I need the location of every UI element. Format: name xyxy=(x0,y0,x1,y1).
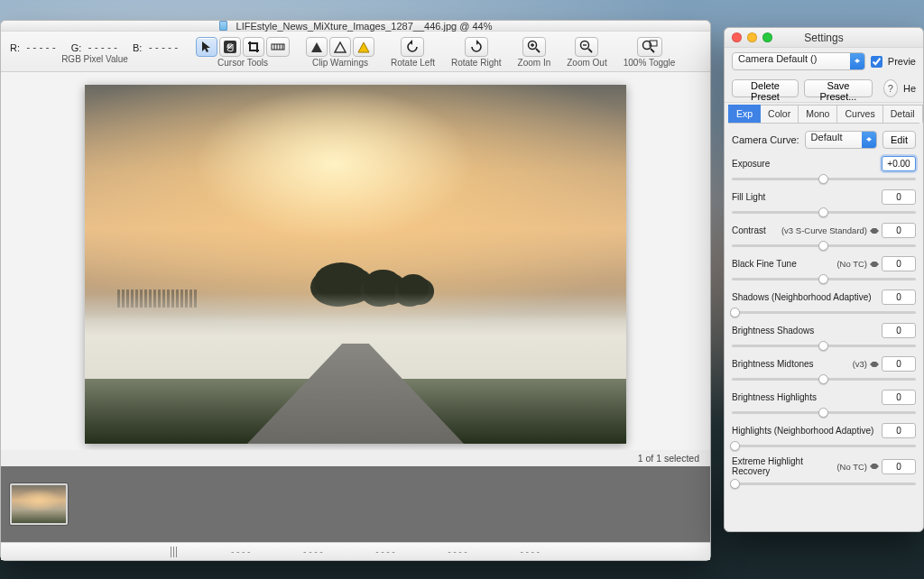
preview-checkbox[interactable] xyxy=(871,56,882,68)
zoom-out-group: Zoom Out xyxy=(567,37,606,68)
param-value-input[interactable]: 0 xyxy=(882,189,916,205)
param-label: Extreme Highlight Recovery xyxy=(732,456,831,476)
param-value-input[interactable]: +0.00 xyxy=(882,156,916,171)
settings-titlebar[interactable]: Settings xyxy=(725,28,923,48)
clip-shadow-button[interactable] xyxy=(306,37,328,57)
tab-detail[interactable]: Detail xyxy=(883,105,923,123)
param-value-input[interactable]: 0 xyxy=(882,423,916,438)
param-slider[interactable] xyxy=(732,373,916,384)
param-slider[interactable] xyxy=(732,307,916,317)
param-label: Contrast xyxy=(732,225,766,235)
param-slider[interactable] xyxy=(732,173,916,184)
param-value-input[interactable]: 0 xyxy=(882,290,916,305)
rgb-pixel-label: RGB Pixel Value xyxy=(61,55,128,64)
preset-buttons-row: Delete Preset Save Preset... ? He xyxy=(725,75,923,103)
clip-color-button[interactable] xyxy=(353,37,374,57)
delete-preset-button[interactable]: Delete Preset xyxy=(732,79,799,97)
param-label: Shadows (Neighborhood Adaptive) xyxy=(732,292,872,302)
editor-toolbar: R: ----- G: ----- B: ----- RGB Pixel Val… xyxy=(1,32,710,72)
canvas-area[interactable] xyxy=(1,72,710,450)
rgb-r-value: ----- xyxy=(25,41,58,53)
straighten-tool-button[interactable] xyxy=(266,37,290,57)
close-icon[interactable] xyxy=(732,32,742,42)
editor-footer: ---- ---- ---- ---- ---- xyxy=(1,542,710,560)
camera-curve-label: Camera Curve: xyxy=(732,134,799,145)
tab-color[interactable]: Color xyxy=(761,105,799,123)
editor-window: LIFEstyle_News_MiXture_Images_1287__446.… xyxy=(0,20,711,561)
rgb-pixel-group: R: ----- G: ----- B: ----- RGB Pixel Val… xyxy=(10,37,180,64)
footer-val: ---- xyxy=(519,547,541,556)
clip-warnings-group: Clip Warnings xyxy=(306,37,374,68)
param-slider[interactable] xyxy=(732,478,916,489)
param-label: Highlights (Neighborhood Adaptive) xyxy=(732,426,873,436)
param-label: Brightness Midtones xyxy=(732,359,814,369)
cursor-tools-group: Cursor Tools xyxy=(196,37,290,68)
rotate-left-button[interactable] xyxy=(401,37,424,57)
param-value-input[interactable]: 0 xyxy=(882,323,916,338)
hundred-toggle-button[interactable] xyxy=(637,37,662,57)
footer-grip-icon[interactable] xyxy=(171,547,180,557)
footer-val: ---- xyxy=(447,547,468,556)
rotate-left-group: Rotate Left xyxy=(391,37,435,68)
hundred-toggle-label: 100% Toggle xyxy=(624,59,676,68)
rgb-g-value: ----- xyxy=(87,41,119,53)
param-mode-label: (No TC) xyxy=(836,462,867,472)
footer-val: ---- xyxy=(230,547,252,556)
rotate-right-button[interactable] xyxy=(465,37,488,57)
clip-highlight-button[interactable] xyxy=(329,37,351,57)
thumbnail[interactable] xyxy=(10,483,68,525)
tab-mono[interactable]: Mono xyxy=(799,105,837,123)
editor-titlebar[interactable]: LIFEstyle_News_MiXture_Images_1287__446.… xyxy=(1,21,710,32)
param-row: Black Fine Tune(No TC)0 xyxy=(732,256,916,284)
param-row: Brightness Shadows0 xyxy=(732,323,916,351)
param-slider[interactable] xyxy=(732,440,916,451)
save-preset-button[interactable]: Save Preset... xyxy=(804,79,873,97)
param-slider[interactable] xyxy=(732,407,916,418)
zoom-in-label: Zoom In xyxy=(518,59,551,68)
stepper-icon[interactable] xyxy=(870,259,879,270)
param-value-input[interactable]: 0 xyxy=(882,256,916,271)
param-value-input[interactable]: 0 xyxy=(882,356,916,372)
zoom-out-button[interactable] xyxy=(575,37,598,57)
param-slider[interactable] xyxy=(732,340,916,351)
pointer-tool-button[interactable] xyxy=(196,37,217,57)
zoom-in-button[interactable] xyxy=(522,37,546,57)
stepper-icon[interactable] xyxy=(870,461,879,472)
param-slider[interactable] xyxy=(732,240,916,251)
param-value-input[interactable]: 0 xyxy=(882,223,916,238)
stepper-icon[interactable] xyxy=(870,359,879,370)
tab-curves[interactable]: Curves xyxy=(837,105,882,123)
param-row: Highlights (Neighborhood Adaptive)0 xyxy=(732,423,916,451)
rgb-b-value: ----- xyxy=(147,41,180,53)
param-row: Contrast(v3 S-Curve Standard)0 xyxy=(732,223,916,251)
stepper-icon[interactable] xyxy=(870,225,879,236)
zoom-icon[interactable] xyxy=(762,32,772,42)
window-controls[interactable] xyxy=(732,32,772,42)
tab-exp[interactable]: Exp xyxy=(728,105,761,123)
rotate-right-label: Rotate Right xyxy=(451,59,502,68)
minimize-icon[interactable] xyxy=(747,32,757,42)
cursor-tools-label: Cursor Tools xyxy=(217,59,268,68)
param-value-input[interactable]: 0 xyxy=(882,390,916,405)
image-preview[interactable] xyxy=(85,85,626,444)
param-row: Brightness Midtones(v3)0 xyxy=(732,356,916,384)
param-slider[interactable] xyxy=(732,273,916,284)
help-button[interactable]: ? xyxy=(883,79,898,97)
selection-status: 1 of 1 selected xyxy=(1,450,710,466)
document-title: LIFEstyle_News_MiXture_Images_1287__446.… xyxy=(236,21,493,32)
filmstrip[interactable] xyxy=(1,466,710,542)
footer-val: ---- xyxy=(374,547,396,556)
crop-tool-button[interactable] xyxy=(243,37,264,57)
param-row: Brightness Highlights0 xyxy=(732,390,916,418)
preset-select[interactable]: Camera Default () xyxy=(732,52,865,70)
hand-tool-button[interactable] xyxy=(219,37,241,57)
param-slider[interactable] xyxy=(732,207,916,217)
zoom-out-label: Zoom Out xyxy=(567,59,606,68)
exposure-panel: Camera Curve: Default Edit Exposure+0.00… xyxy=(725,124,923,501)
param-value-input[interactable]: 0 xyxy=(882,459,916,474)
help-suffix: He xyxy=(903,83,916,94)
edit-curve-button[interactable]: Edit xyxy=(882,131,916,149)
camera-curve-select[interactable]: Default xyxy=(805,131,877,149)
settings-window: Settings Camera Default () Previe Delete… xyxy=(724,27,924,532)
param-mode-label: (v3) xyxy=(853,359,867,369)
